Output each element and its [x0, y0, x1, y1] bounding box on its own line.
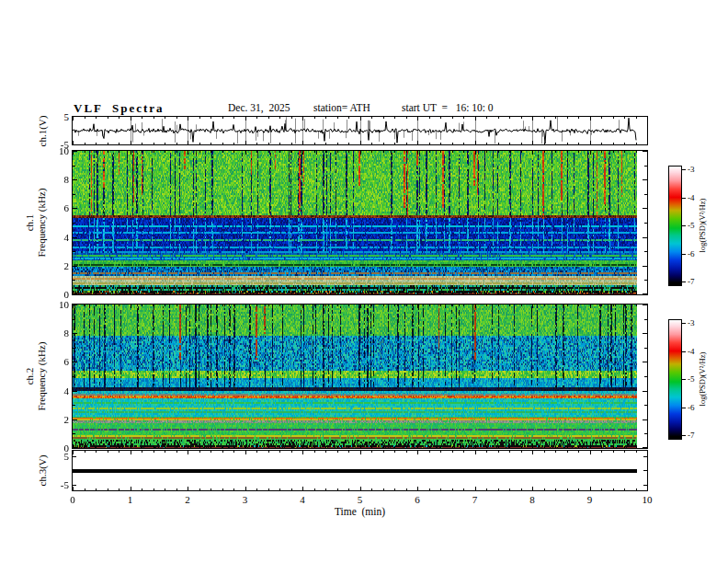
- station-label: station= ATH: [313, 102, 370, 113]
- colorbar-ch2: [668, 319, 682, 440]
- colorbar-tick: [682, 225, 686, 226]
- colorbar-tick: [682, 379, 686, 380]
- ch3-voltage-axis-label: ch.3(V): [37, 416, 49, 526]
- ch2-spectrogram-canvas: [73, 304, 647, 448]
- ch2-spectrogram-panel: [72, 304, 648, 449]
- colorbar-tick: [682, 323, 686, 324]
- ch1-frequency-axis-channel: ch.1: [24, 154, 36, 292]
- colorbar-tick: [682, 282, 686, 282]
- time-axis-tick-label: 5: [348, 494, 372, 505]
- colorbar-ch1-label: log(PSD)(V²/Hz): [698, 172, 707, 279]
- time-axis-tick-label: 4: [290, 494, 314, 505]
- vlf-spectra-figure: VLF Spectra Dec. 31, 2025 station= ATH s…: [0, 0, 728, 563]
- colorbar-tick-label: -5: [688, 222, 695, 230]
- ch2-spec-ytick-label: 4: [36, 385, 69, 396]
- ch1-wave-ytick-label: 5: [36, 111, 69, 122]
- colorbar-tick-label: -6: [688, 404, 695, 412]
- ch2-spec-ytick-label: 10: [36, 299, 69, 310]
- ch1-waveform-canvas: [73, 117, 647, 144]
- time-axis-tick-label: 8: [520, 494, 544, 505]
- ch1-spectrogram-panel: [72, 150, 648, 295]
- colorbar-tick-label: -6: [688, 250, 695, 259]
- colorbar-tick-label: -7: [688, 431, 695, 440]
- colorbar-tick: [682, 435, 686, 436]
- time-axis-tick-label: 0: [61, 494, 85, 505]
- ch3-waveform-panel: [72, 450, 648, 491]
- page-title: VLF Spectra: [74, 101, 165, 116]
- colorbar-tick-label: -7: [688, 278, 695, 286]
- ch1-spectrogram-canvas: [73, 151, 647, 294]
- time-axis-tick-label: 6: [405, 494, 429, 505]
- ch2-spec-ytick-label: 6: [36, 356, 69, 367]
- time-axis-tick-label: 7: [463, 494, 487, 505]
- ch1-spec-ytick-label: 6: [36, 202, 69, 213]
- time-axis-tick-label: 2: [176, 494, 199, 505]
- colorbar-tick: [682, 408, 686, 408]
- time-axis-tick-label: 3: [233, 494, 257, 505]
- ch2-spec-ytick-label: 8: [36, 327, 69, 339]
- ch3-wave-ytick-label: 5: [36, 451, 69, 462]
- ch1-spec-ytick-label: 4: [36, 232, 69, 243]
- date-label: Dec. 31, 2025: [228, 102, 290, 113]
- ch2-frequency-axis-channel: ch.2: [24, 307, 36, 445]
- time-axis-tick-label: 10: [635, 494, 659, 505]
- colorbar-tick-label: -4: [688, 194, 695, 202]
- colorbar-tick: [682, 351, 686, 352]
- start-ut-label: start UT = 16: 10: 0: [402, 102, 494, 113]
- ch2-spec-ytick-label: 2: [36, 414, 69, 425]
- ch1-spec-ytick-label: 8: [36, 174, 69, 185]
- colorbar-tick-label: -5: [688, 375, 695, 384]
- time-axis-tick-label: 1: [119, 494, 142, 505]
- time-axis-tick-label: 9: [578, 494, 602, 505]
- ch1-waveform-panel: [72, 116, 648, 145]
- ch3-waveform-canvas: [73, 451, 647, 490]
- colorbar-tick-label: -3: [688, 166, 695, 174]
- ch1-spec-ytick-label: 10: [36, 145, 69, 156]
- colorbar-tick: [682, 169, 686, 170]
- ch3-wave-ytick-label: -5: [36, 479, 69, 490]
- colorbar-tick: [682, 254, 686, 255]
- colorbar-ch2-label: log(PSD)(V²/Hz): [698, 326, 707, 432]
- colorbar-tick-label: -3: [688, 319, 695, 327]
- colorbar-ch1: [668, 166, 682, 286]
- colorbar-tick: [682, 198, 686, 199]
- ch1-spec-ytick-label: 2: [36, 260, 69, 271]
- colorbar-tick-label: -4: [688, 348, 695, 356]
- time-axis-label: Time (min): [73, 506, 647, 517]
